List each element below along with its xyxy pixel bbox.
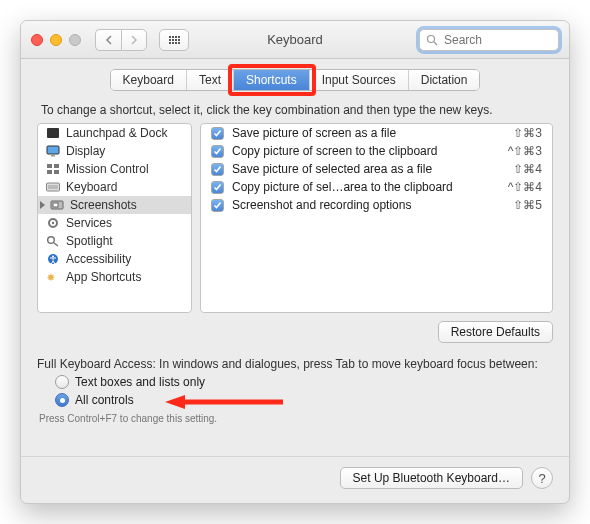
shortcut-row[interactable]: Screenshot and recording options⇧⌘5 <box>201 196 552 214</box>
category-label: Services <box>66 216 112 230</box>
svg-rect-9 <box>47 183 60 191</box>
shortcut-row[interactable]: Save picture of selected area as a file⇧… <box>201 160 552 178</box>
grid-icon <box>169 36 180 44</box>
category-label: Spotlight <box>66 234 113 248</box>
search-field[interactable] <box>419 29 559 51</box>
checkbox[interactable] <box>211 199 224 212</box>
svg-line-1 <box>434 42 437 45</box>
tab-shortcuts[interactable]: Shortcuts <box>234 70 310 90</box>
shortcut-keys[interactable]: ^⇧⌘3 <box>508 144 542 158</box>
shortcut-row[interactable]: Copy picture of screen to the clipboard^… <box>201 142 552 160</box>
shortcut-label: Screenshot and recording options <box>232 198 505 212</box>
category-label: Mission Control <box>66 162 149 176</box>
footer-row: Set Up Bluetooth Keyboard… ? <box>21 456 569 489</box>
show-all-button[interactable] <box>159 29 189 51</box>
forward-button[interactable] <box>121 29 147 51</box>
keyboard-icon <box>46 181 60 193</box>
content-area: KeyboardTextShortcutsInput SourcesDictat… <box>21 59 569 503</box>
shortcut-keys[interactable]: ⇧⌘4 <box>513 162 542 176</box>
svg-rect-7 <box>47 170 52 174</box>
restore-row: Restore Defaults <box>37 321 553 343</box>
app-icon <box>46 271 60 283</box>
shortcut-label: Save picture of selected area as a file <box>232 162 505 176</box>
shortcut-keys[interactable]: ^⇧⌘4 <box>508 180 542 194</box>
tab-input-sources[interactable]: Input Sources <box>310 70 409 90</box>
screenshots-icon <box>50 199 64 211</box>
category-label: Keyboard <box>66 180 117 194</box>
category-screenshots[interactable]: Screenshots <box>38 196 191 214</box>
category-launchpad-dock[interactable]: Launchpad & Dock <box>38 124 191 142</box>
display-icon <box>46 145 60 157</box>
radio-icon <box>55 393 69 407</box>
svg-point-0 <box>428 35 435 42</box>
tab-text[interactable]: Text <box>187 70 234 90</box>
category-app-shortcuts[interactable]: App Shortcuts <box>38 268 191 286</box>
svg-rect-2 <box>47 128 59 138</box>
category-label: Launchpad & Dock <box>66 126 167 140</box>
nav-buttons <box>95 29 147 51</box>
tab-keyboard[interactable]: Keyboard <box>111 70 187 90</box>
svg-line-17 <box>54 243 58 246</box>
tabs: KeyboardTextShortcutsInput SourcesDictat… <box>110 69 481 91</box>
category-mission-control[interactable]: Mission Control <box>38 160 191 178</box>
services-icon <box>46 217 60 229</box>
spotlight-icon <box>46 235 60 247</box>
help-button[interactable]: ? <box>531 467 553 489</box>
accessibility-icon <box>46 253 60 265</box>
fka-option-label: Text boxes and lists only <box>75 375 205 389</box>
window-controls <box>31 34 81 46</box>
panels: Launchpad & DockDisplayMission ControlKe… <box>37 123 553 313</box>
svg-point-15 <box>52 222 54 224</box>
tabs-row: KeyboardTextShortcutsInput SourcesDictat… <box>37 69 553 91</box>
fka-option-allcontrols[interactable]: All controls <box>55 393 553 407</box>
fka-hint: Press Control+F7 to change this setting. <box>39 413 553 424</box>
shortcut-keys[interactable]: ⇧⌘5 <box>513 198 542 212</box>
svg-point-19 <box>52 256 54 258</box>
category-accessibility[interactable]: Accessibility <box>38 250 191 268</box>
fka-option-label: All controls <box>75 393 134 407</box>
tab-dictation[interactable]: Dictation <box>409 70 480 90</box>
svg-marker-21 <box>165 395 185 409</box>
launchpad-icon <box>46 127 60 139</box>
checkbox[interactable] <box>211 145 224 158</box>
titlebar: Keyboard <box>21 21 569 59</box>
fka-description: Full Keyboard Access: In windows and dia… <box>37 357 553 371</box>
svg-rect-8 <box>54 170 59 174</box>
shortcut-keys[interactable]: ⇧⌘3 <box>513 126 542 140</box>
search-input[interactable] <box>442 32 552 48</box>
svg-rect-3 <box>47 146 59 154</box>
category-services[interactable]: Services <box>38 214 191 232</box>
bluetooth-keyboard-button[interactable]: Set Up Bluetooth Keyboard… <box>340 467 523 489</box>
shortcut-list[interactable]: Save picture of screen as a file⇧⌘3Copy … <box>200 123 553 313</box>
zoom-icon[interactable] <box>69 34 81 46</box>
svg-rect-4 <box>51 155 55 157</box>
shortcut-row[interactable]: Copy picture of sel…area to the clipboar… <box>201 178 552 196</box>
search-icon <box>426 34 438 46</box>
checkbox[interactable] <box>211 181 224 194</box>
svg-rect-5 <box>47 164 52 168</box>
svg-rect-13 <box>53 203 58 207</box>
shortcut-label: Save picture of screen as a file <box>232 126 505 140</box>
shortcut-label: Copy picture of screen to the clipboard <box>232 144 500 158</box>
checkbox[interactable] <box>211 163 224 176</box>
annotation-arrow <box>165 394 285 410</box>
category-label: App Shortcuts <box>66 270 141 284</box>
back-button[interactable] <box>95 29 121 51</box>
shortcut-row[interactable]: Save picture of screen as a file⇧⌘3 <box>201 124 552 142</box>
checkbox[interactable] <box>211 127 224 140</box>
category-list[interactable]: Launchpad & DockDisplayMission ControlKe… <box>37 123 192 313</box>
category-display[interactable]: Display <box>38 142 191 160</box>
svg-point-16 <box>48 237 55 244</box>
restore-defaults-button[interactable]: Restore Defaults <box>438 321 553 343</box>
instructions-text: To change a shortcut, select it, click t… <box>41 103 553 117</box>
svg-rect-6 <box>54 164 59 168</box>
radio-icon <box>55 375 69 389</box>
minimize-icon[interactable] <box>50 34 62 46</box>
close-icon[interactable] <box>31 34 43 46</box>
category-label: Accessibility <box>66 252 131 266</box>
preferences-window: Keyboard KeyboardTextShortcutsInput Sour… <box>20 20 570 504</box>
fka-option-textboxes[interactable]: Text boxes and lists only <box>55 375 553 389</box>
category-label: Display <box>66 144 105 158</box>
category-spotlight[interactable]: Spotlight <box>38 232 191 250</box>
category-keyboard[interactable]: Keyboard <box>38 178 191 196</box>
